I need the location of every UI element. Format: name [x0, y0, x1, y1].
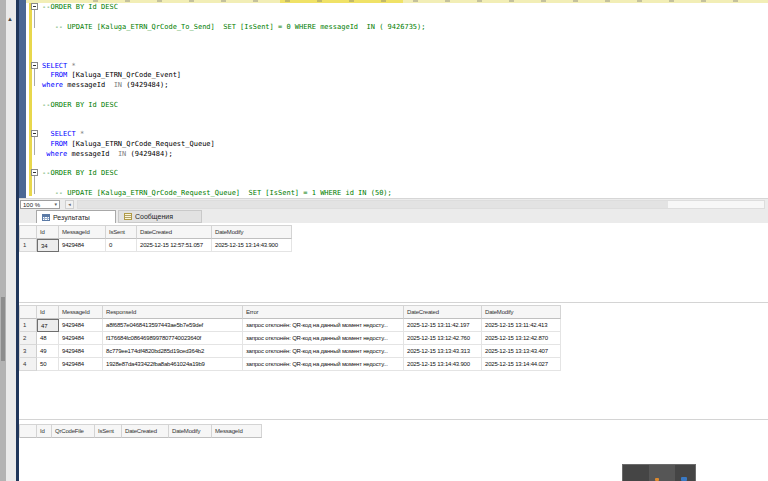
grid-header-row: IdMessageIdIsSentDateCreatedDateModify	[20, 226, 292, 239]
column-header[interactable]: DateCreated	[137, 226, 212, 239]
code-segment: *	[76, 130, 84, 138]
grid-cell[interactable]: 2025-12-15 13:12:42.760	[404, 332, 482, 345]
chevron-down-icon[interactable]: ▾	[54, 202, 57, 207]
row-header[interactable]: 3	[20, 345, 37, 358]
column-header[interactable]: Error	[243, 306, 404, 319]
grid-cell[interactable]: 1928e87da433422fba8ab461024a19b9	[103, 358, 243, 371]
row-header[interactable]: 4	[20, 358, 37, 371]
column-header[interactable]: ResponseId	[103, 306, 243, 319]
column-header[interactable]: MessageId	[59, 226, 106, 239]
grid-cell[interactable]: 9429484	[59, 345, 103, 358]
horizontal-scrollbar[interactable]	[77, 200, 765, 209]
column-header[interactable]: MessageId	[59, 306, 103, 319]
grid-cell[interactable]: запрос отклонён: QR-код на данный момент…	[243, 319, 404, 332]
grid-cell[interactable]: 2025-12-15 13:11:42.197	[404, 319, 482, 332]
grid-cell[interactable]: 49	[37, 345, 59, 358]
column-header[interactable]: DateCreated	[122, 425, 169, 438]
code-line[interactable]: -- UPDATE [Kaluga_ETRN_QrCode_Request_Qu…	[42, 188, 392, 198]
grid-cell[interactable]: 9429484	[59, 332, 103, 345]
tab-label: Сообщения	[135, 213, 173, 220]
grid-cell[interactable]: 47	[37, 319, 59, 332]
code-line[interactable]: --ORDER BY Id DESC	[42, 168, 118, 178]
collapse-minus-icon[interactable]	[31, 169, 38, 176]
tab-messages[interactable]: Сообщения	[118, 210, 202, 223]
horizontal-scrollbar-thumb[interactable]	[78, 201, 668, 208]
zoom-control[interactable]: 100 % ▾	[20, 200, 60, 209]
code-line[interactable]: -- UPDATE [Kaluga_ETRN_QrCode_To_Send] S…	[42, 22, 426, 32]
grid-cell[interactable]: 2025-12-15 13:14:43.900	[404, 358, 482, 371]
code-segment: where	[42, 81, 63, 89]
grid-cell[interactable]: 9429484	[59, 319, 103, 332]
code-line[interactable]: where messageId IN (9429484);	[42, 80, 168, 90]
grid-cell[interactable]: запрос отклонён: QR-код на данный момент…	[243, 345, 404, 358]
collapse-minus-icon[interactable]	[31, 3, 38, 10]
tab-results[interactable]: Результаты	[36, 210, 116, 223]
sql-editor[interactable]: --ORDER BY Id DESC -- UPDATE [Kaluga_ETR…	[26, 0, 768, 198]
code-line[interactable]: where messageId IN (9429484);	[42, 149, 173, 159]
code-segment: [Kaluga_ETRN_QrCode_Event]	[67, 71, 181, 79]
code-line[interactable]: --ORDER BY Id DESC	[42, 100, 118, 110]
grid-cell[interactable]: 2025-12-15 13:11:42.413	[482, 319, 561, 332]
code-segment: (9429484);	[126, 150, 172, 158]
grid-cell[interactable]: 2025-12-15 13:14:44.027	[482, 358, 561, 371]
row-header[interactable]: 1	[20, 319, 37, 332]
column-header[interactable]: DateModify	[212, 226, 292, 239]
grid-cell[interactable]: 8c779ee174df4820bd285d19ced364b2	[103, 345, 243, 358]
column-header[interactable]: DateModify	[169, 425, 212, 438]
table-row: 2489429484f176684fc086469899780774002364…	[20, 332, 561, 345]
column-header[interactable]: Id	[37, 226, 59, 239]
grid-cell[interactable]: 50	[37, 358, 59, 371]
editor-margin-bar	[19, 0, 26, 198]
collapse-minus-icon[interactable]	[31, 62, 38, 69]
grid-splitter[interactable]	[19, 302, 768, 303]
grid-corner-cell[interactable]	[20, 226, 37, 239]
column-header[interactable]: IsSent	[95, 425, 122, 438]
column-header[interactable]: IsSent	[106, 226, 137, 239]
outline-connector	[34, 69, 35, 87]
code-line[interactable]: SELECT *	[42, 129, 84, 139]
grid-cell[interactable]: 9429484	[59, 358, 103, 371]
grid-splitter[interactable]	[19, 419, 768, 420]
row-header[interactable]: 2	[20, 332, 37, 345]
grid-cell[interactable]: a8f6857e0468413597443ae5b7e59def	[103, 319, 243, 332]
tab-label: Результаты	[53, 214, 90, 221]
code-segment: messageId	[63, 81, 114, 89]
code-line[interactable]: SELECT *	[42, 61, 76, 71]
table-row: 134942948402025-12-15 12:57:51.0572025-1…	[20, 239, 292, 252]
results-grid-icon	[42, 214, 50, 221]
code-line[interactable]: FROM [Kaluga_ETRN_QrCode_Request_Queue]	[42, 139, 215, 149]
ssms-query-window: ▲ --ORDER BY Id DESC -- UPDATE [Kaluga_E…	[0, 0, 768, 481]
code-line[interactable]: --ORDER BY Id DESC	[42, 2, 118, 12]
results-grid-3: IdQrCodeFileIsSentDateCreatedDateModifyM…	[19, 424, 262, 438]
column-header[interactable]: DateCreated	[404, 306, 482, 319]
grid-corner-cell[interactable]	[20, 306, 37, 319]
grid-cell[interactable]: 2025-12-15 12:57:51.057	[137, 239, 212, 252]
column-header[interactable]: QrCodeFile	[52, 425, 95, 438]
taskbar-fragment[interactable]	[622, 464, 696, 481]
grid-cell[interactable]: 2025-12-15 13:13:43.407	[482, 345, 561, 358]
grid-cell[interactable]: запрос отклонён: QR-код на данный момент…	[243, 358, 404, 371]
column-header[interactable]: MessageId	[212, 425, 262, 438]
grid-cell[interactable]: f176684fc0864698997807740023640f	[103, 332, 243, 345]
clipped-toolbar-edge	[26, 0, 768, 3]
grid-cell[interactable]: 2025-12-15 13:13:43.313	[404, 345, 482, 358]
grid-cell[interactable]: 9429484	[59, 239, 106, 252]
grid-header-row: IdQrCodeFileIsSentDateCreatedDateModifyM…	[20, 425, 262, 438]
code-line[interactable]: FROM [Kaluga_ETRN_QrCode_Event]	[42, 70, 181, 80]
taskbar-button[interactable]	[649, 465, 675, 481]
grid-corner-cell[interactable]	[20, 425, 37, 438]
column-header[interactable]: Id	[37, 306, 59, 319]
column-header[interactable]: Id	[37, 425, 52, 438]
grid-cell[interactable]: 0	[106, 239, 137, 252]
grid-cell[interactable]: 34	[37, 239, 59, 252]
scroll-up-icon[interactable]: ▲	[7, 16, 13, 22]
scrollbar-thumb[interactable]	[1, 297, 5, 361]
scroll-left-icon[interactable]: ◂	[65, 200, 74, 209]
row-header[interactable]: 1	[20, 239, 37, 252]
grid-cell[interactable]: 48	[37, 332, 59, 345]
grid-cell[interactable]: запрос отклонён: QR-код на данный момент…	[243, 332, 404, 345]
grid-cell[interactable]: 2025-12-15 13:12:42.870	[482, 332, 561, 345]
collapse-minus-icon[interactable]	[31, 130, 38, 137]
column-header[interactable]: DateModify	[482, 306, 561, 319]
grid-cell[interactable]: 2025-12-15 13:14:43.900	[212, 239, 292, 252]
